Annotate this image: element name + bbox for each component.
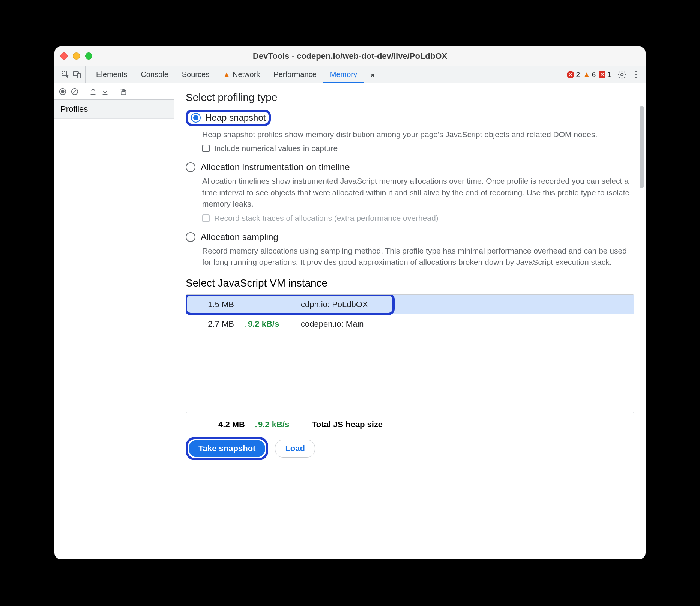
profiles-heading[interactable]: Profiles [54,100,174,119]
option-heap-snapshot: Heap snapshot Heap snapshot profiles sho… [186,110,634,153]
count-value: 6 [592,70,596,79]
warning-icon: ▲ [583,70,590,79]
tab-label: Performance [273,70,317,79]
record-icon[interactable] [58,87,67,96]
settings-icon[interactable] [617,70,627,80]
scrollbar[interactable] [640,106,644,188]
option-label[interactable]: Allocation sampling [201,232,278,242]
window-controls [60,52,92,60]
issue-count[interactable]: ✕ 1 [599,70,611,79]
error-icon: ✕ [567,71,574,78]
inspect-tools [57,66,86,83]
warning-count[interactable]: ▲ 6 [583,70,596,79]
tab-label: Memory [330,70,357,79]
garbage-collect-icon[interactable] [119,87,128,96]
vm-rate: ↓9.2 kB/s [243,319,292,329]
issue-icon: ✕ [599,71,605,78]
count-value: 1 [607,70,611,79]
down-arrow-icon: ↓ [243,319,247,328]
titlebar: DevTools - codepen.io/web-dot-dev/live/P… [54,46,646,66]
option-sub-label: Record stack traces of allocations (extr… [214,214,439,223]
memory-panel: Select profiling type Heap snapshot Heap… [174,83,646,560]
error-count[interactable]: ✕ 2 [567,70,580,79]
warning-icon: ▲ [223,70,230,79]
option-label[interactable]: Heap snapshot [205,112,266,123]
checkbox-icon [202,214,210,222]
zoom-window-button[interactable] [85,52,92,60]
radio-allocation-sampling[interactable] [186,232,195,242]
action-buttons: Take snapshot Load [186,437,646,460]
panel-tabstrip: Elements Console Sources ▲ Network Perfo… [54,66,646,83]
highlight-take-snapshot: Take snapshot [186,437,268,460]
vm-instance-row[interactable]: 2.7 MB ↓9.2 kB/s codepen.io: Main [186,314,634,334]
devtools-window: DevTools - codepen.io/web-dot-dev/live/P… [54,46,646,560]
option-description: Allocation timelines show instrumented J… [202,176,634,210]
vm-list-empty-space [186,334,634,412]
option-label[interactable]: Allocation instrumentation on timeline [201,162,350,172]
highlight-heap-snapshot: Heap snapshot [186,110,271,126]
left-sidebar: Profiles [54,83,174,560]
option-description: Heap snapshot profiles show memory distr… [202,129,634,140]
vm-instance-section: Select JavaScript VM instance 1.5 MB cdp… [186,277,634,429]
vm-totals: 4.2 MB ↓9.2 kB/s Total JS heap size [204,420,634,429]
vm-name: codepen.io: Main [301,319,627,329]
tab-network[interactable]: ▲ Network [216,66,267,83]
close-window-button[interactable] [60,52,68,60]
more-options-icon[interactable] [633,70,640,78]
clear-icon[interactable] [70,87,79,96]
vm-section-heading: Select JavaScript VM instance [186,277,634,289]
svg-rect-2 [77,73,80,78]
tab-label: Network [233,70,260,79]
down-arrow-icon: ↓ [254,420,258,429]
tab-sources[interactable]: Sources [175,66,216,83]
tab-label: Sources [182,70,209,79]
option-allocation-sampling: Allocation sampling Record memory alloca… [186,232,634,268]
timeline-record-stack-traces: Record stack traces of allocations (extr… [202,214,634,223]
option-allocation-timeline: Allocation instrumentation on timeline A… [186,162,634,222]
profiles-toolbar [54,83,174,100]
total-label: Total JS heap size [312,420,383,429]
load-button[interactable]: Load [275,440,315,458]
svg-point-5 [61,90,64,93]
more-tabs-button[interactable]: » [364,66,382,83]
upload-icon[interactable] [89,87,98,96]
tab-console[interactable]: Console [134,66,175,83]
radio-allocation-timeline[interactable] [186,162,195,172]
tab-label: Console [141,70,168,79]
device-toolbar-icon[interactable] [72,70,81,79]
vm-name: cdpn.io: PoLdbOX [301,300,627,309]
window-title: DevTools - codepen.io/web-dot-dev/live/P… [54,51,646,61]
minimize-window-button[interactable] [73,52,80,60]
tab-performance[interactable]: Performance [267,66,323,83]
svg-point-3 [621,73,623,76]
checkbox-icon[interactable] [202,145,210,152]
option-description: Record memory allocations using sampling… [202,245,634,268]
tab-memory[interactable]: Memory [323,66,364,83]
vm-instance-list: 1.5 MB cdpn.io: PoLdbOX 2.7 MB ↓9.2 kB/s… [186,294,634,413]
option-sub-label: Include numerical values in capture [214,144,338,153]
heap-include-numerical[interactable]: Include numerical values in capture [202,144,634,153]
tab-label: Elements [96,70,127,79]
radio-heap-snapshot[interactable] [191,113,201,123]
total-size: 4.2 MB [204,420,245,429]
inspect-element-icon[interactable] [61,70,70,79]
status-area: ✕ 2 ▲ 6 ✕ 1 [564,66,643,83]
vm-size: 2.7 MB [193,319,234,329]
total-rate: ↓9.2 kB/s [254,420,303,429]
take-snapshot-button[interactable]: Take snapshot [189,440,265,457]
vm-instance-row[interactable]: 1.5 MB cdpn.io: PoLdbOX [186,295,634,314]
download-icon[interactable] [101,87,110,96]
vm-size: 1.5 MB [193,300,234,309]
profiling-type-heading: Select profiling type [186,92,646,104]
count-value: 2 [576,70,580,79]
tab-elements[interactable]: Elements [89,66,134,83]
